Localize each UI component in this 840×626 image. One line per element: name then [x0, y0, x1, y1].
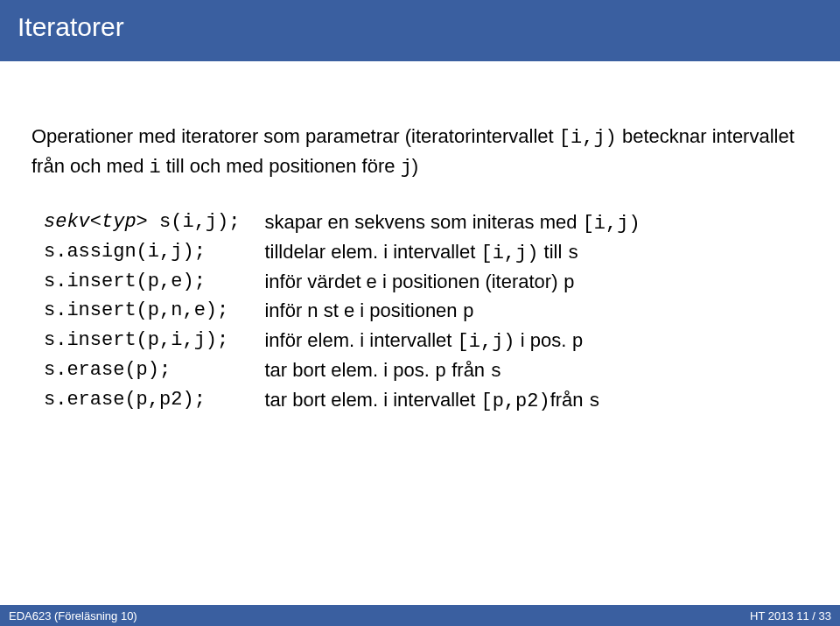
desc-code1: [i,j): [583, 213, 640, 235]
desc-b: från: [550, 389, 589, 411]
op-code: s.erase(p,p2);: [44, 386, 264, 416]
intro-text-4: ): [412, 155, 418, 177]
op-code-rest: s.assign(i,j);: [44, 241, 206, 263]
op-desc: tar bort elem. i intervallet [p,p2)från …: [264, 386, 640, 416]
intro-text-3: till och med positionen före: [161, 155, 401, 177]
intro-text-1: Operationer med iteratorer som parametra…: [32, 125, 559, 147]
desc-a: tar bort elem. i pos.: [264, 359, 434, 381]
desc-code2: p: [571, 331, 583, 353]
table-row: s.erase(p,p2); tar bort elem. i interval…: [44, 386, 640, 416]
op-desc: tar bort elem. i pos. p från s: [264, 356, 640, 386]
op-desc: inför elem. i intervallet [i,j) i pos. p: [264, 327, 640, 356]
op-code: s.insert(p,n,e);: [44, 297, 264, 327]
desc-code1: [i,j): [480, 243, 538, 264]
table-row: s.insert(p,i,j); inför elem. i intervall…: [44, 327, 640, 356]
op-code-rest: s.erase(p,p2);: [44, 389, 206, 411]
desc-code2: s: [567, 243, 578, 264]
desc-code1: p: [564, 272, 575, 294]
desc-a: skapar en sekvens som initeras med: [264, 211, 582, 233]
desc-a: tilldelar elem. i intervallet: [264, 241, 480, 263]
desc-a: inför elem. i intervallet: [264, 329, 457, 351]
op-desc: inför n st e i positionen p: [264, 297, 640, 327]
intro-code-2: i: [150, 157, 161, 179]
op-code-rest: s(i,j);: [148, 211, 241, 233]
desc-b: i pos.: [515, 329, 572, 351]
footer-right: HT 2013 11 / 33: [750, 609, 831, 622]
slide-title-bar: Iteratorer: [0, 0, 840, 61]
table-row: s.insert(p,e); inför värdet e i position…: [44, 268, 640, 298]
op-code: sekv<typ> s(i,j);: [44, 208, 264, 238]
op-desc: inför värdet e i positionen (iterator) p: [264, 268, 640, 298]
slide-content: Operationer med iteratorer som parametra…: [0, 61, 840, 416]
intro-paragraph: Operationer med iteratorer som parametra…: [32, 123, 808, 182]
desc-code2: s: [490, 361, 501, 383]
desc-code2: s: [589, 390, 600, 412]
desc-b: till: [538, 241, 567, 263]
op-code-rest: s.insert(p,n,e);: [44, 299, 228, 321]
intro-code-1: [i,j): [559, 127, 617, 149]
table-row: s.insert(p,n,e); inför n st e i position…: [44, 297, 640, 327]
op-code-italic: sekv<typ>: [44, 211, 148, 233]
op-code: s.insert(p,i,j);: [44, 327, 264, 356]
op-desc: tilldelar elem. i intervallet [i,j) till…: [264, 238, 640, 268]
desc-code1: [i,j): [458, 331, 515, 353]
desc-a: inför n st e i positionen: [264, 299, 462, 321]
table-row: sekv<typ> s(i,j); skapar en sekvens som …: [44, 208, 640, 238]
op-code: s.insert(p,e);: [44, 268, 264, 298]
slide-footer: EDA623 (Föreläsning 10) HT 2013 11 / 33: [0, 605, 840, 626]
desc-code1: p: [435, 361, 446, 383]
op-desc: skapar en sekvens som initeras med [i,j): [264, 208, 640, 238]
desc-b: från: [446, 359, 490, 381]
desc-a: inför värdet e i positionen (iterator): [264, 271, 563, 292]
op-code-rest: s.erase(p);: [44, 359, 171, 381]
desc-code1: p: [463, 301, 474, 323]
op-code-rest: s.insert(p,i,j);: [44, 329, 228, 351]
op-code: s.erase(p);: [44, 356, 264, 386]
desc-a: tar bort elem. i intervallet: [264, 389, 480, 411]
operations-table: sekv<typ> s(i,j); skapar en sekvens som …: [44, 208, 640, 416]
intro-code-3: j: [401, 157, 412, 179]
slide-title: Iteratorer: [18, 12, 124, 41]
table-row: s.assign(i,j); tilldelar elem. i interva…: [44, 238, 640, 268]
op-code-rest: s.insert(p,e);: [44, 271, 206, 292]
footer-left: EDA623 (Föreläsning 10): [9, 609, 137, 622]
op-code: s.assign(i,j);: [44, 238, 264, 268]
desc-code1: [p,p2): [480, 390, 550, 412]
table-row: s.erase(p); tar bort elem. i pos. p från…: [44, 356, 640, 386]
